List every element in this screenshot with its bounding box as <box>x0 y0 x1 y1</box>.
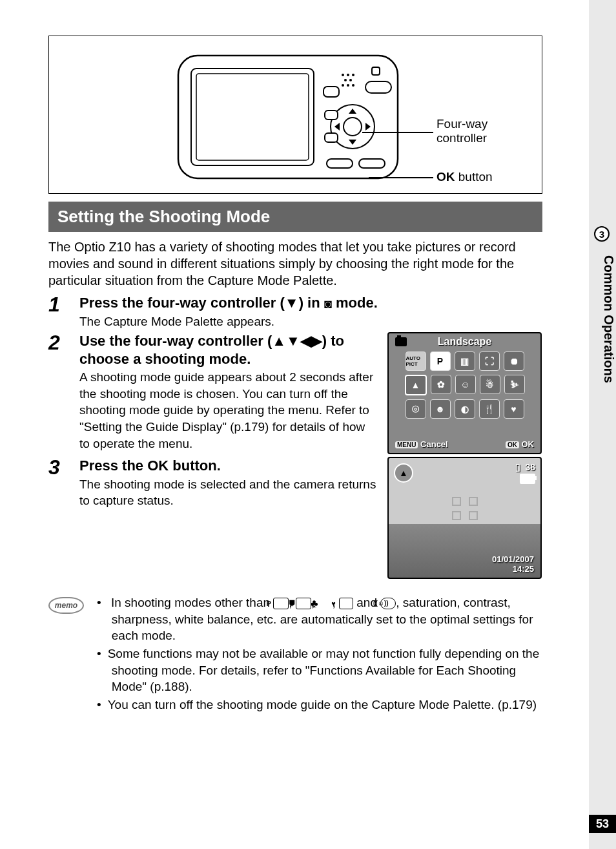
mode-group-icon: ⦾ <box>406 399 426 419</box>
memo-label: memo <box>48 597 84 614</box>
section-header: Setting the Shooting Mode <box>48 202 542 232</box>
capture-datetime: 01/01/2007 14:25 <box>492 554 534 574</box>
mode-sport-icon: ⛷ <box>504 375 525 394</box>
memory-card-icon: ▯ <box>515 462 520 472</box>
svg-point-3 <box>342 74 344 76</box>
step-3-title-post: button. <box>169 457 221 474</box>
step-2-number: 2 <box>48 332 68 454</box>
ok-button-label: OK <box>147 457 169 474</box>
step-3-desc: The shooting mode is selected and the ca… <box>79 476 378 509</box>
step-2-title: Use the four-way controller (▲▼◀▶) to ch… <box>79 332 378 368</box>
mode-landscape-icon: ▲ <box>405 375 427 395</box>
step-1-number: 1 <box>48 294 68 330</box>
capture-date: 01/01/2007 <box>492 554 534 564</box>
mode-night-icon: ▥ <box>455 351 475 371</box>
mode-food-icon: 🍴 <box>479 399 500 419</box>
memo-item-2: Some functions may not be available or m… <box>97 645 542 695</box>
ok-suffix: button <box>455 170 493 183</box>
chapter-number: 3 <box>595 227 608 240</box>
mode-portrait-icon: ☺ <box>455 375 476 394</box>
chapter-title: Common Operations <box>590 255 616 436</box>
step-1-title: Press the four-way controller (▼) in ◙ m… <box>79 294 542 312</box>
sound-mode-icon: ((☺)) <box>380 598 396 609</box>
fourway-arrows-icon: ▲▼◀▶ <box>272 333 322 349</box>
mode-night-portrait-icon: ⛶ <box>479 351 500 371</box>
callout-ok-button: OK button <box>436 170 493 184</box>
mode-kids-icon: ☻ <box>430 399 451 419</box>
ok-bold: OK <box>436 170 455 183</box>
svg-point-7 <box>349 79 352 81</box>
memo-icon: memo <box>48 594 84 714</box>
program-mode-icon: P <box>273 598 289 609</box>
callout-line-1 <box>362 132 433 133</box>
svg-point-15 <box>344 118 362 136</box>
remaining-shots: 38 <box>525 462 535 472</box>
memo-1-pre: In shooting modes other than <box>111 596 273 609</box>
svg-rect-19 <box>359 159 385 168</box>
svg-point-8 <box>342 84 344 87</box>
movie-mode-icon: ⛊ <box>296 598 311 609</box>
callout-fourway-line1: Four-way <box>436 117 488 131</box>
svg-point-6 <box>344 79 347 81</box>
camera-diagram-box: Four-way controller OK button <box>48 36 542 194</box>
memo-item-3: You can turn off the shooting mode guide… <box>97 697 542 713</box>
mode-snow-icon: ☃ <box>480 375 500 394</box>
memo-block: memo In shooting modes other than P, ⛊, … <box>48 594 542 714</box>
intro-paragraph: The Optio Z10 has a variety of shooting … <box>48 238 542 289</box>
step-3-title: Press the OK button. <box>79 457 378 475</box>
page: 3 Common Operations 53 <box>0 0 616 849</box>
svg-point-4 <box>347 74 349 76</box>
down-arrow-icon: ▼ <box>285 295 299 311</box>
mode-pet-icon: ◐ <box>455 399 475 419</box>
ok-badge: OK <box>506 441 519 448</box>
callout-line-2 <box>369 177 433 178</box>
step-3-number: 3 <box>48 457 68 579</box>
svg-rect-16 <box>325 110 338 120</box>
lcd-capture-screenshot: ▲ ▯ 38 01/01/2007 14:25 <box>387 457 542 579</box>
chapter-badge: 3 <box>594 226 610 242</box>
svg-point-9 <box>347 84 349 87</box>
lcd-palette-footer: MENU Cancel OK OK <box>389 435 540 453</box>
mode-voice-icon: ⏺ <box>504 351 524 371</box>
mode-auto-icon: AUTO PICT <box>406 351 426 371</box>
svg-rect-17 <box>325 133 338 142</box>
ok-label: OK <box>522 439 535 449</box>
step-1-title-mid: ) in <box>299 295 324 311</box>
cancel-label: Cancel <box>420 439 448 449</box>
mode-flower-icon: ✿ <box>431 375 451 394</box>
palette-icon-grid: AUTO PICT P ▥ ⛶ ⏺ ▲ ✿ ☺ ☃ ⛷ ⦾ <box>389 348 540 423</box>
side-strip: 3 Common Operations 53 <box>589 0 616 849</box>
step-1-desc: The Capture Mode Palette appears. <box>79 313 542 330</box>
frame-mode-icon: ♥ <box>339 598 353 609</box>
step-2-desc: A shooting mode guide appears about 2 se… <box>79 369 378 452</box>
main-content: Four-way controller OK button Setting th… <box>0 0 581 740</box>
mode-program-icon: P <box>430 351 451 371</box>
memo-list: In shooting modes other than P, ⛊, ♣, ♥ … <box>97 594 542 714</box>
menu-badge: MENU <box>395 441 418 448</box>
step-3-title-pre: Press the <box>79 457 147 474</box>
battery-icon <box>520 474 535 484</box>
step-1-title-post: mode. <box>332 295 378 311</box>
step-1-title-pre: Press the four-way controller ( <box>79 295 285 311</box>
lcd-palette-screenshot: Landscape AUTO PICT P ▥ ⛶ ⏺ ▲ ✿ ☺ ☃ <box>387 332 542 454</box>
memo-item-1: In shooting modes other than P, ⛊, ♣, ♥ … <box>97 594 542 644</box>
lcd-palette-title: Landscape <box>389 333 540 348</box>
step-2-title-pre: Use the four-way controller ( <box>79 333 272 349</box>
capture-mode-icon: ▲ <box>394 463 413 483</box>
step-1: 1 Press the four-way controller (▼) in ◙… <box>48 294 542 330</box>
step-3: 3 Press the OK button. The shooting mode… <box>48 457 542 579</box>
capture-top-right-status: ▯ 38 <box>515 462 535 486</box>
callout-fourway: Four-way controller <box>436 117 488 145</box>
focus-frame <box>452 497 478 520</box>
capture-time: 14:25 <box>513 564 534 574</box>
voice-mode-icon: ♣ <box>318 598 332 609</box>
svg-rect-12 <box>365 81 391 93</box>
page-number: 53 <box>589 815 616 833</box>
svg-rect-2 <box>196 74 309 160</box>
svg-point-10 <box>352 84 354 87</box>
svg-rect-18 <box>327 159 353 168</box>
camera-illustration <box>175 49 401 182</box>
svg-rect-13 <box>323 87 339 97</box>
mode-frame-icon: ♥ <box>504 399 524 419</box>
camera-mode-icon <box>395 337 407 346</box>
